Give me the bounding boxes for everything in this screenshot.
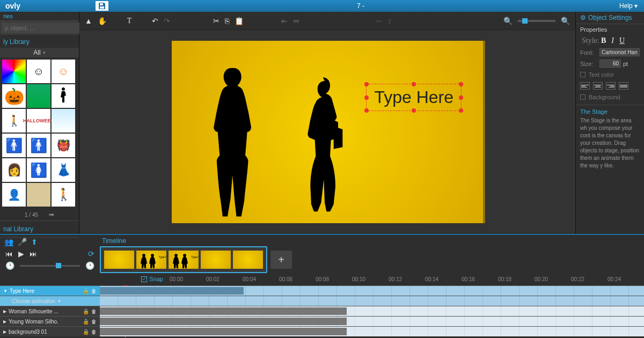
delete-icon[interactable]: 🗑	[91, 329, 97, 335]
select-tool-icon[interactable]: ▲	[85, 17, 92, 25]
search-input[interactable]	[2, 23, 82, 33]
distribute-h-icon[interactable]: ↔	[375, 17, 382, 25]
background-checkbox[interactable]	[580, 94, 586, 100]
timeline-track[interactable]: ▼Type Here🔒🗑	[0, 285, 644, 296]
align-center-button[interactable]	[593, 82, 603, 90]
asset-thumb[interactable]: 👩	[2, 158, 26, 182]
timeline-track[interactable]: Choose animation ▼	[0, 296, 644, 306]
textcolor-checkbox[interactable]	[580, 72, 586, 77]
track-bar[interactable]	[100, 318, 347, 325]
font-select[interactable]	[599, 48, 640, 56]
expand-icon[interactable]: ▶	[3, 309, 6, 314]
resize-handle[interactable]	[459, 108, 463, 113]
asset-thumb[interactable]: 🚹	[27, 134, 50, 157]
expand-icon[interactable]: ▶	[3, 319, 6, 324]
paste-icon[interactable]: 📋	[235, 17, 244, 25]
asset-thumb[interactable]	[27, 84, 50, 108]
timeline-track[interactable]: ▶Woman Silhouette ...🔒🗑	[0, 306, 644, 316]
underline-button[interactable]: U	[618, 36, 626, 45]
track-name: Young Woman Silho.	[9, 319, 58, 325]
silhouette-1[interactable]	[204, 62, 263, 223]
next-page-icon[interactable]: ➡	[49, 211, 54, 218]
text-content[interactable]: Type Here	[374, 87, 453, 107]
asset-thumb[interactable]	[52, 84, 75, 108]
cut-icon[interactable]: ✂	[213, 17, 219, 25]
align-left-icon[interactable]: ⇤	[281, 17, 288, 25]
lock-icon[interactable]: 🔒	[83, 308, 89, 314]
silhouette-2[interactable]	[298, 68, 352, 223]
asset-thumb[interactable]: HALLOWEEN	[27, 109, 50, 133]
zoom-in-icon[interactable]: 🔍	[561, 17, 570, 25]
resize-handle[interactable]	[459, 95, 463, 100]
copy-icon[interactable]: ⎘	[225, 17, 229, 25]
zoom-out-icon[interactable]: 🔍	[503, 17, 513, 25]
help-menu[interactable]: Help ▾	[613, 2, 644, 10]
asset-thumb[interactable]	[27, 183, 50, 207]
undo-icon[interactable]: ↶	[152, 17, 158, 25]
redo-icon[interactable]: ↷	[164, 17, 170, 25]
expand-icon[interactable]: ▶	[3, 329, 6, 334]
resize-handle[interactable]	[364, 108, 369, 113]
play-icon[interactable]: ▶	[18, 249, 24, 258]
asset-thumb[interactable]: 🚹	[2, 134, 26, 157]
asset-thumb[interactable]: 👗	[52, 158, 75, 182]
timeline-track[interactable]: ▶background3 01🔒🗑	[0, 326, 644, 336]
category-filter[interactable]: All	[0, 48, 79, 57]
expand-icon[interactable]: ▼	[3, 289, 8, 293]
clip-thumb[interactable]	[201, 251, 231, 269]
asset-thumb[interactable]	[2, 60, 26, 83]
asset-thumb[interactable]: 🚶	[52, 183, 75, 207]
resize-handle[interactable]	[459, 82, 463, 86]
asset-thumb[interactable]: 🚶	[2, 109, 26, 133]
delete-icon[interactable]: 🗑	[91, 319, 97, 325]
lock-icon[interactable]: 🔒	[83, 288, 89, 294]
loop-icon[interactable]: ⟳	[88, 249, 94, 258]
lock-icon[interactable]: 🔒	[83, 329, 89, 335]
align-center-icon[interactable]: ⇔	[293, 17, 299, 25]
align-right-button[interactable]	[606, 82, 616, 90]
italic-button[interactable]: I	[610, 36, 616, 45]
align-left-button[interactable]	[580, 82, 590, 90]
lock-icon[interactable]: 🔒	[83, 319, 89, 325]
add-clip-button[interactable]: +	[270, 251, 292, 269]
timeline-track[interactable]: ▶Young Woman Silho.🔒🗑	[0, 316, 644, 326]
style-label: Style:	[580, 36, 597, 45]
zoom-slider[interactable]	[518, 20, 555, 22]
resize-handle[interactable]	[364, 95, 369, 100]
time-slider[interactable]	[20, 265, 80, 267]
sidebar-tab[interactable]: ries	[0, 12, 79, 21]
stage-canvas[interactable]: Type Here	[172, 41, 483, 223]
track-bar[interactable]	[100, 328, 347, 335]
asset-thumb[interactable]: ☺	[27, 60, 50, 83]
track-bar[interactable]	[100, 307, 347, 315]
rewind-icon[interactable]: ⏮	[5, 249, 13, 258]
asset-thumb[interactable]: 🚺	[27, 158, 50, 182]
delete-icon[interactable]: 🗑	[91, 288, 97, 294]
text-tool-icon[interactable]: T	[127, 17, 132, 25]
resize-handle[interactable]	[412, 108, 416, 113]
asset-thumb[interactable]: 👹	[52, 134, 75, 157]
track-bar[interactable]	[100, 287, 244, 295]
timeline-title: Timeline	[0, 235, 644, 247]
asset-thumb[interactable]	[52, 109, 75, 133]
resize-handle[interactable]	[412, 82, 416, 86]
asset-thumb[interactable]: ☺	[52, 60, 75, 83]
asset-thumb[interactable]: 👤	[2, 183, 26, 207]
clip-thumb[interactable]: Type Here	[169, 251, 199, 269]
hand-tool-icon[interactable]: ✋	[98, 17, 107, 25]
bold-button[interactable]: B	[599, 36, 608, 45]
save-button[interactable]	[96, 1, 108, 11]
resize-handle[interactable]	[364, 82, 369, 86]
time-ruler[interactable]: 00:0000:0200:0400:0600:0800:1000:1200:14…	[170, 276, 644, 282]
clip-thumb[interactable]: Type Here	[136, 251, 166, 269]
align-justify-button[interactable]	[619, 82, 628, 90]
distribute-v-icon[interactable]: ↕	[387, 17, 391, 25]
delete-icon[interactable]: 🗑	[91, 308, 97, 314]
snap-checkbox[interactable]: ✓	[141, 276, 147, 282]
text-box-selected[interactable]: Type Here	[366, 84, 462, 111]
forward-icon[interactable]: ⏭	[30, 249, 37, 258]
size-input[interactable]	[599, 60, 621, 68]
asset-thumb[interactable]: 🎃	[2, 84, 26, 108]
clip-thumb[interactable]	[104, 251, 134, 269]
clip-thumb[interactable]	[233, 251, 263, 269]
